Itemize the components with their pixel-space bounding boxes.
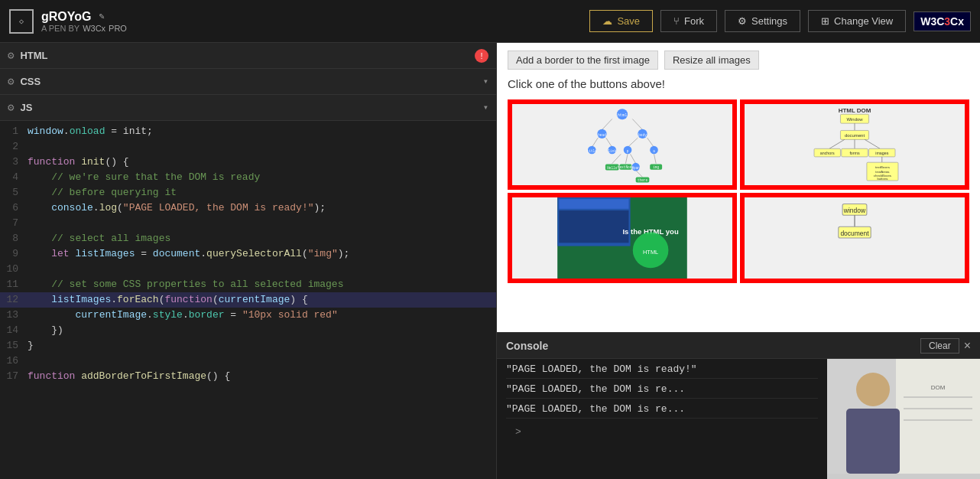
change-view-button[interactable]: ⊞ Change View: [808, 10, 906, 32]
svg-text:forms: forms: [849, 151, 860, 155]
console-header: Console Clear ×: [497, 333, 980, 359]
svg-text:Hello: Hello: [607, 166, 618, 170]
resize-images-button[interactable]: Resize all images: [664, 51, 759, 70]
image-grid: html head body title l: [508, 99, 969, 283]
svg-line-20: [612, 154, 621, 163]
code-line: 9 let listImages = document.querySelecto…: [0, 246, 496, 262]
console-close-button[interactable]: ×: [964, 339, 971, 353]
svg-line-41: [829, 139, 845, 148]
svg-text:buttons: buttons: [877, 177, 888, 181]
code-line: 6 console.log("PAGE LOADED, the DOM is r…: [0, 200, 496, 216]
code-line: 11 // set some CSS properties to all sel…: [0, 277, 496, 292]
html-section-header[interactable]: ⚙ HTML !: [0, 43, 496, 69]
settings-button[interactable]: ⚙ Settings: [725, 10, 800, 32]
svg-text:Window: Window: [846, 117, 863, 122]
app-header: ◇ gROYoG ✎ A PEN BY W3Cx PRO ☁ Save ⑂ Fo…: [0, 0, 980, 43]
code-line: 4 // we're sure that the DOM is ready: [0, 170, 496, 185]
js-section-header[interactable]: ⚙ JS ▾: [0, 95, 496, 121]
svg-text:document: document: [840, 230, 869, 237]
svg-line-8: [592, 138, 598, 147]
svg-text:there: there: [638, 178, 648, 182]
js-chevron-icon: ▾: [483, 102, 488, 113]
svg-text:anchors: anchors: [820, 151, 835, 155]
svg-line-3: [632, 119, 642, 129]
video-thumbnail: DOM: [827, 359, 980, 479]
save-button[interactable]: ☁ Save: [589, 10, 653, 32]
svg-rect-69: [896, 359, 980, 474]
main-area: ⚙ HTML ! ⚙ CSS ▾ ⚙ JS ▾ 1 window.onload …: [0, 43, 980, 479]
console-title: Console: [506, 340, 920, 352]
svg-line-29: [654, 154, 657, 163]
svg-line-10: [628, 138, 638, 147]
svg-text:img: img: [653, 165, 659, 169]
preview-instruction: Click one of the buttons above!: [508, 77, 969, 90]
code-line: 14 }): [0, 323, 496, 338]
pen-subtitle: A PEN BY: [41, 24, 80, 33]
console-clear-button[interactable]: Clear: [920, 338, 959, 354]
code-line: 16: [0, 354, 496, 369]
svg-line-11: [647, 138, 654, 147]
svg-text:HTML: HTML: [643, 249, 658, 256]
html-label: HTML: [20, 50, 475, 61]
code-line: 17 function addBorderToFirstImage() {: [0, 369, 496, 384]
svg-line-9: [606, 138, 612, 147]
svg-text:images: images: [875, 151, 888, 155]
editor-panel: ⚙ HTML ! ⚙ CSS ▾ ⚙ JS ▾ 1 window.onload …: [0, 43, 497, 479]
js-label: JS: [20, 102, 482, 113]
css-gear-icon: ⚙: [8, 75, 14, 88]
svg-line-26: [625, 154, 628, 163]
console-body: "PAGE LOADED, the DOM is ready!" "PAGE L…: [497, 359, 980, 479]
image-cell-1: html head body title l: [508, 99, 737, 190]
svg-line-21: [631, 154, 636, 163]
log-line: "PAGE LOADED, the DOM is re...: [506, 383, 818, 399]
code-line: 13 currentImage.style.border = "10px sol…: [0, 308, 496, 323]
svg-line-2: [602, 119, 612, 129]
preview-panel: Add a border to the first image Resize a…: [497, 43, 980, 332]
settings-gear-icon: ⚙: [738, 15, 747, 27]
code-line: 2: [0, 139, 496, 155]
fork-button[interactable]: ⑂ Fork: [660, 10, 717, 32]
svg-text:p: p: [627, 149, 629, 153]
svg-rect-71: [846, 409, 900, 474]
preview-buttons: Add a border to the first image Resize a…: [508, 51, 969, 70]
code-line: 10: [0, 262, 496, 277]
svg-text:a: a: [653, 149, 655, 153]
app-logo: ◇: [9, 9, 34, 34]
html-gear-icon: ⚙: [8, 49, 14, 62]
code-line: 15 }: [0, 338, 496, 354]
code-line: 3 function init() {: [0, 155, 496, 170]
html-error-badge: !: [475, 49, 488, 63]
svg-text:textAreas: textAreas: [875, 170, 889, 174]
js-gear-icon: ⚙: [8, 101, 14, 114]
svg-line-43: [865, 139, 880, 148]
log-line: "PAGE LOADED, the DOM is re...: [506, 403, 818, 419]
svg-text:textBoxes: textBoxes: [875, 165, 890, 169]
svg-text:window: window: [843, 207, 866, 214]
svg-text:DOM: DOM: [931, 384, 946, 391]
change-view-icon: ⊞: [821, 15, 829, 27]
css-chevron-icon: ▾: [483, 76, 488, 87]
pen-info: gROYoG ✎ A PEN BY W3Cx PRO: [41, 10, 127, 33]
svg-text:link: link: [608, 149, 616, 153]
svg-rect-59: [559, 210, 628, 243]
log-line: "PAGE LOADED, the DOM is ready!": [506, 363, 818, 379]
add-border-button[interactable]: Add a border to the first image: [508, 51, 658, 70]
edit-icon[interactable]: ✎: [99, 11, 104, 22]
code-editor[interactable]: 1 window.onload = init; 2 3 function ini…: [0, 121, 496, 479]
svg-text:head: head: [598, 133, 606, 137]
code-line: 1 window.onload = init;: [0, 124, 496, 139]
svg-line-32: [636, 171, 643, 178]
image-cell-3: Is the HTML you HTML: [508, 193, 737, 283]
logo-icon: ◇: [19, 17, 24, 26]
pro-badge: PRO: [109, 24, 127, 33]
fork-icon: ⑂: [673, 15, 680, 27]
svg-text:body: body: [638, 133, 647, 137]
code-line: 12 listImages.forEach(function(currentIm…: [0, 292, 496, 308]
svg-point-70: [856, 373, 890, 406]
css-section-header[interactable]: ⚙ CSS ▾: [0, 69, 496, 95]
svg-text:textNode: textNode: [618, 165, 634, 169]
video-thumbnail-container: DOM: [827, 359, 980, 479]
console-input-line: >: [506, 423, 818, 441]
save-cloud-icon: ☁: [602, 15, 612, 27]
svg-rect-58: [559, 199, 628, 209]
